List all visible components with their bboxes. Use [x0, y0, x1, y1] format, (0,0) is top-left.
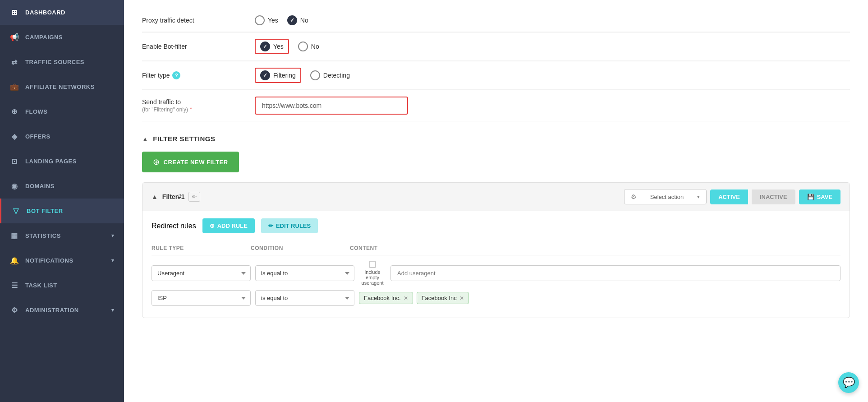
- sidebar-item-domains[interactable]: ◉ DOMAINS: [0, 174, 124, 199]
- tag-close-button-2[interactable]: ✕: [459, 295, 464, 301]
- sidebar-item-traffic-sources[interactable]: ⇄ TRAFFIC SOURCES: [0, 50, 124, 74]
- bot-filter-yes-radio[interactable]: [260, 42, 270, 51]
- sidebar-item-label: NOTIFICATIONS: [25, 257, 73, 264]
- filter-type-filtering-option[interactable]: Filtering: [255, 68, 301, 83]
- filter-card: ▲ Filter#1 ✏ ⚙ Select action ▾ ACTIVE: [142, 182, 850, 318]
- notifications-icon: 🔔: [10, 256, 19, 265]
- bot-filter-no-option[interactable]: No: [298, 42, 319, 51]
- filter-type-filtering-radio[interactable]: [260, 70, 270, 80]
- sidebar-item-affiliate-networks[interactable]: 💼 AFFILIATE NETWORKS: [0, 74, 124, 99]
- chevron-down-icon: ▾: [697, 194, 700, 200]
- dashboard-icon: ⊞: [10, 8, 19, 17]
- condition-select-1[interactable]: is equal to: [255, 265, 354, 281]
- include-empty-checkbox[interactable]: [369, 261, 376, 268]
- main-content: Proxy traffic detect Yes No Enable Bot-f…: [124, 0, 868, 402]
- sidebar-item-label: DASHBOARD: [25, 9, 65, 16]
- proxy-yes-option[interactable]: Yes: [255, 15, 278, 25]
- send-traffic-to-input[interactable]: [255, 97, 408, 115]
- sidebar-item-bot-filter[interactable]: ▽ BOT FILTER: [0, 199, 124, 223]
- chevron-down-icon: ▾: [111, 307, 115, 313]
- tag-facebook-inc-2: Facebook Inc ✕: [417, 292, 469, 304]
- redirect-rules-row: Redirect rules ⊕ ADD RULE ✏ EDIT RULES: [152, 218, 840, 233]
- flows-icon: ⊕: [10, 107, 19, 116]
- sidebar-item-campaigns[interactable]: 📢 CAMPAIGNS: [0, 25, 124, 50]
- filter-type-detecting-radio[interactable]: [310, 70, 320, 80]
- sidebar-item-label: CAMPAIGNS: [25, 34, 63, 41]
- gear-icon: ⚙: [631, 193, 637, 200]
- rules-table-header: RULE TYPE CONDITION CONTENT: [152, 241, 840, 255]
- enable-bot-filter-row: Enable Bot-filter Yes No: [142, 32, 850, 61]
- sidebar-item-label: FLOWS: [25, 108, 47, 115]
- proxy-no-radio[interactable]: [287, 15, 297, 25]
- rule-type-select-2[interactable]: ISP: [152, 290, 251, 306]
- statistics-icon: ▦: [10, 231, 19, 240]
- landing-pages-icon: ⊡: [10, 157, 19, 166]
- sidebar-item-label: OFFERS: [25, 133, 51, 140]
- proxy-no-option[interactable]: No: [287, 15, 308, 25]
- sidebar-item-landing-pages[interactable]: ⊡ LANDING PAGES: [0, 149, 124, 174]
- create-new-filter-button[interactable]: ⊕ CREATE NEW FILTER: [142, 152, 239, 172]
- include-empty-label: Include empty useragent: [359, 269, 386, 286]
- affiliate-networks-icon: 💼: [10, 83, 19, 91]
- chevron-down-icon: ▾: [111, 233, 115, 239]
- send-traffic-to-label: Send traffic to (for "Filtering" only) *: [142, 98, 241, 113]
- pencil-icon: ✏: [268, 222, 273, 229]
- enable-bot-filter-label: Enable Bot-filter: [142, 43, 241, 50]
- chat-bubble-button[interactable]: 💬: [838, 372, 859, 393]
- tag-facebook-inc-1: Facebook Inc. ✕: [359, 292, 413, 304]
- include-empty-checkbox-group: Include empty useragent: [359, 261, 386, 286]
- sidebar-item-offers[interactable]: ◈ OFFERS: [0, 124, 124, 149]
- sidebar: ⊞ DASHBOARD 📢 CAMPAIGNS ⇄ TRAFFIC SOURCE…: [0, 0, 124, 402]
- rule-type-select-1[interactable]: Useragent: [152, 265, 251, 281]
- proxy-traffic-detect-options: Yes No: [255, 15, 308, 25]
- sidebar-item-label: LANDING PAGES: [25, 158, 77, 165]
- sidebar-item-label: TASK LIST: [25, 282, 57, 289]
- inactive-button[interactable]: INACTIVE: [752, 189, 795, 204]
- plus-icon: ⊕: [153, 157, 160, 167]
- domains-icon: ◉: [10, 182, 19, 190]
- sidebar-item-label: BOT FILTER: [27, 208, 63, 214]
- filter-type-label: Filter type ?: [142, 71, 241, 79]
- filter-edit-button[interactable]: ✏: [188, 192, 200, 202]
- filter-settings-header: ▲ FILTER SETTINGS: [142, 135, 850, 143]
- plus-icon: ⊕: [210, 222, 215, 229]
- send-traffic-to-row: Send traffic to (for "Filtering" only) *: [142, 90, 850, 121]
- save-icon: 💾: [807, 194, 814, 200]
- proxy-yes-radio[interactable]: [255, 15, 265, 25]
- sidebar-item-label: ADMINISTRATION: [25, 307, 79, 314]
- sidebar-item-notifications[interactable]: 🔔 NOTIFICATIONS ▾: [0, 248, 124, 273]
- sidebar-item-administration[interactable]: ⚙ ADMINISTRATION ▾: [0, 298, 124, 323]
- select-action-dropdown[interactable]: ⚙ Select action ▾: [624, 189, 707, 204]
- filter-settings-section: ▲ FILTER SETTINGS ⊕ CREATE NEW FILTER ▲ …: [124, 126, 868, 327]
- top-settings-section: Proxy traffic detect Yes No Enable Bot-f…: [124, 0, 868, 126]
- filter-type-row: Filter type ? Filtering Detecting: [142, 61, 850, 90]
- content-row-2: Facebook Inc. ✕ Facebook Inc ✕: [359, 292, 840, 304]
- col-header-rule-type: RULE TYPE: [152, 245, 251, 251]
- tag-close-button-1[interactable]: ✕: [404, 295, 408, 301]
- bot-filter-no-radio[interactable]: [298, 42, 308, 51]
- filter-type-options: Filtering Detecting: [255, 68, 350, 83]
- sidebar-item-flows[interactable]: ⊕ FLOWS: [0, 99, 124, 124]
- sidebar-item-dashboard[interactable]: ⊞ DASHBOARD: [0, 0, 124, 25]
- sidebar-item-label: DOMAINS: [25, 183, 55, 189]
- bot-filter-icon: ▽: [11, 207, 20, 215]
- condition-select-2[interactable]: is equal to: [255, 290, 354, 306]
- redirect-rules-label: Redirect rules: [152, 222, 196, 230]
- filter-collapse-icon[interactable]: ▲: [152, 193, 158, 200]
- task-list-icon: ☰: [10, 281, 19, 290]
- offers-icon: ◈: [10, 132, 19, 141]
- sidebar-item-statistics[interactable]: ▦ STATISTICS ▾: [0, 223, 124, 248]
- filter-type-info-icon[interactable]: ?: [172, 71, 180, 79]
- filter-type-detecting-option[interactable]: Detecting: [310, 70, 350, 80]
- bot-filter-yes-option[interactable]: Yes: [255, 39, 289, 54]
- useragent-content-input[interactable]: [390, 265, 840, 281]
- sidebar-item-task-list[interactable]: ☰ TASK LIST: [0, 273, 124, 298]
- rule-row-useragent: Useragent is equal to Include empty user…: [152, 261, 840, 286]
- active-button[interactable]: ACTIVE: [710, 189, 748, 204]
- filter-title: Filter#1 ✏: [162, 192, 200, 202]
- save-button[interactable]: 💾 SAVE: [799, 189, 840, 204]
- add-rule-button[interactable]: ⊕ ADD RULE: [202, 218, 255, 233]
- edit-rules-button[interactable]: ✏ EDIT RULES: [261, 218, 318, 233]
- sidebar-item-label: STATISTICS: [25, 232, 61, 239]
- collapse-arrow-icon[interactable]: ▲: [142, 135, 148, 143]
